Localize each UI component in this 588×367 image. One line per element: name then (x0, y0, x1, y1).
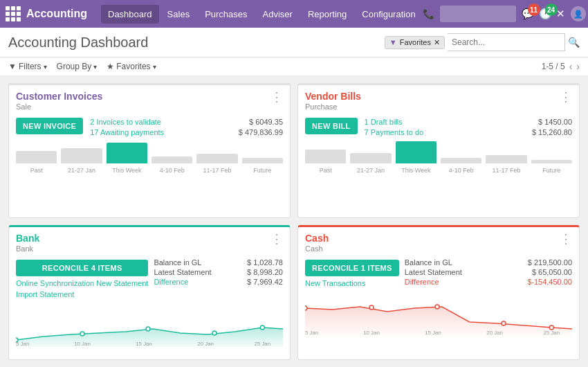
vb-bar-past-label: Past (320, 167, 332, 174)
customer-invoices-card: Customer Invoices Sale ⋮ NEW INVOICE 2 I… (8, 83, 291, 218)
vb-bar-future-bar (531, 160, 572, 163)
user-avatar: 👤 (571, 6, 586, 21)
vb-bar-future: Future (531, 160, 572, 174)
nav-sales[interactable]: Sales (160, 5, 197, 24)
vendor-stat-row-1: 1 Draft bills $ 1450.00 (365, 118, 572, 126)
page-title: Accounting Dashboard (8, 35, 148, 51)
bank-statement-label: Latest Statement (154, 268, 211, 276)
nav-reporting[interactable]: Reporting (301, 5, 353, 24)
cash-label-1: 5 Jan (305, 330, 318, 336)
cash-diff-val: $-154,450.00 (527, 278, 572, 286)
bank-dot-3 (146, 327, 150, 331)
nav-configuration[interactable]: Configuration (355, 5, 422, 24)
payments-to-do-link[interactable]: 7 Payments to do (365, 128, 424, 136)
bar-this-week-label: This Week (112, 167, 141, 174)
vb-bar-past-bar (305, 150, 346, 163)
phone-icon[interactable]: 📞 (423, 8, 434, 19)
bank-card: Bank Bank ⋮ RECONCILE 4 ITEMS Online Syn… (8, 225, 291, 360)
bar-21-27: 21-27 Jan (61, 148, 102, 174)
filter-icon: ▼ (389, 38, 397, 46)
reconcile-cash-button[interactable]: RECONCILE 1 ITEMS (305, 260, 399, 276)
vendor-bills-header: Vendor Bills Purchase ⋮ (298, 85, 579, 114)
customer-invoices-header: Customer Invoices Sale ⋮ (9, 85, 290, 114)
top-search-bar[interactable] (440, 6, 516, 22)
cash-title: Cash (305, 233, 329, 244)
awaiting-payments-link[interactable]: 17 Awaiting payments (90, 128, 164, 136)
cash-chart: 5 Jan 10 Jan 15 Jan 20 Jan 25 Jan (298, 287, 579, 359)
bar-future-label: Future (253, 167, 271, 174)
nav-dashboard[interactable]: Dashboard (101, 5, 159, 24)
vendor-bills-menu[interactable]: ⋮ (560, 91, 572, 103)
prev-page-button[interactable]: ‹ (569, 61, 573, 72)
cash-dot-1 (305, 306, 307, 310)
user-menu[interactable]: 👤 Administrator (571, 6, 588, 21)
filter-icon-small: ▼ (8, 62, 17, 71)
vendor-bills-stats: 1 Draft bills $ 1450.00 7 Payments to do… (365, 118, 572, 138)
vendor-bills-subtitle: Purchase (305, 102, 361, 111)
bar-future-bar (242, 158, 283, 163)
vendor-stat-row-2: 7 Payments to do $ 15,260.80 (365, 128, 572, 136)
payments-to-do-val: $ 15,260.80 (532, 128, 572, 136)
cash-label-4: 20 Jan (486, 330, 503, 336)
new-invoice-button[interactable]: NEW INVOICE (16, 118, 83, 134)
settings-icon[interactable]: ✕ (556, 8, 565, 20)
top-navigation: Accounting Dashboard Sales Purchases Adv… (0, 0, 588, 28)
cash-label-3: 15 Jan (425, 330, 441, 336)
cash-card-header: Cash Cash ⋮ (298, 227, 579, 256)
invoices-to-validate-link[interactable]: 2 Invoices to validate (90, 118, 161, 126)
cash-balance-row: Balance in GL $ 219,500.00 (405, 258, 572, 267)
favorites-menu-button[interactable]: ★ Favorites ▾ (107, 62, 156, 71)
vb-bar-this-week-label: This Week (401, 167, 430, 174)
cash-dot-2 (369, 305, 374, 310)
customer-invoices-subtitle: Sale (16, 102, 102, 111)
star-icon: ★ (107, 62, 114, 71)
favorites-close-icon[interactable]: ✕ (434, 38, 440, 47)
filters-arrow: ▾ (44, 63, 47, 71)
app-name: Accounting (26, 8, 87, 20)
nav-adviser[interactable]: Adviser (256, 5, 300, 24)
pagination: 1-5 / 5 ‹ › (542, 61, 580, 72)
filters-label: Filters (19, 62, 42, 71)
bank-diff-label[interactable]: Difference (154, 278, 188, 286)
next-page-button[interactable]: › (576, 61, 580, 72)
vendor-bills-chart: Past 21-27 Jan This Week 4-10 Feb 11-17 … (298, 143, 579, 174)
new-bill-button[interactable]: NEW BILL (305, 118, 358, 134)
vb-bar-11-17: 11-17 Feb (486, 155, 526, 174)
new-transactions-link[interactable]: New Transactions (305, 279, 399, 287)
bank-label-5: 25 Jan (254, 341, 270, 347)
customer-invoices-menu[interactable]: ⋮ (270, 91, 283, 103)
bank-stats: Balance in GL $ 1,028.78 Latest Statemen… (154, 258, 283, 287)
bar-this-week: This Week (107, 143, 147, 174)
import-statement-link[interactable]: Import Statement (16, 290, 148, 298)
bank-label-3: 15 Jan (136, 341, 152, 347)
vb-bar-this-week: This Week (396, 141, 437, 174)
nav-purchases[interactable]: Purchases (198, 5, 254, 24)
customer-invoices-title: Customer Invoices (16, 91, 102, 102)
bar-this-week-bar (107, 143, 147, 163)
bar-21-27-bar (61, 148, 102, 163)
vb-bar-21-27-label: 21-27 Jan (357, 167, 385, 174)
bar-past: Past (16, 151, 57, 174)
vb-bar-future-label: Future (542, 167, 560, 174)
draft-bills-link[interactable]: 1 Draft bills (365, 118, 403, 126)
invoices-to-validate-val: $ 6049.35 (249, 118, 283, 126)
filters-bar: ▼ Filters ▾ Group By ▾ ★ Favorites ▾ 1-5… (0, 57, 588, 76)
bank-menu[interactable]: ⋮ (270, 233, 283, 245)
app-logo[interactable]: Accounting (6, 6, 87, 21)
bar-21-27-label: 21-27 Jan (68, 167, 95, 174)
cash-line-chart-svg: 5 Jan 10 Jan 15 Jan 20 Jan 25 Jan (305, 287, 572, 336)
group-by-button[interactable]: Group By ▾ (57, 62, 98, 71)
filters-button[interactable]: ▼ Filters ▾ (8, 62, 47, 71)
cash-menu[interactable]: ⋮ (560, 233, 572, 245)
online-sync-link[interactable]: Online Synchronization New Statement (16, 279, 148, 287)
bank-dot-2 (80, 332, 84, 336)
search-input[interactable] (448, 33, 565, 51)
cash-diff-label[interactable]: Difference (405, 278, 439, 286)
reconcile-bank-button[interactable]: RECONCILE 4 ITEMS (16, 260, 148, 276)
bank-label-4: 20 Jan (197, 341, 214, 347)
favorites-tag[interactable]: ▼ Favorites ✕ (385, 36, 445, 49)
bank-statement-row: Latest Statement $ 8,998.20 (154, 268, 283, 276)
search-icon[interactable]: 🔍 (568, 37, 580, 48)
bar-11-17-bar (196, 154, 237, 163)
vb-bar-21-27-bar (350, 153, 391, 163)
